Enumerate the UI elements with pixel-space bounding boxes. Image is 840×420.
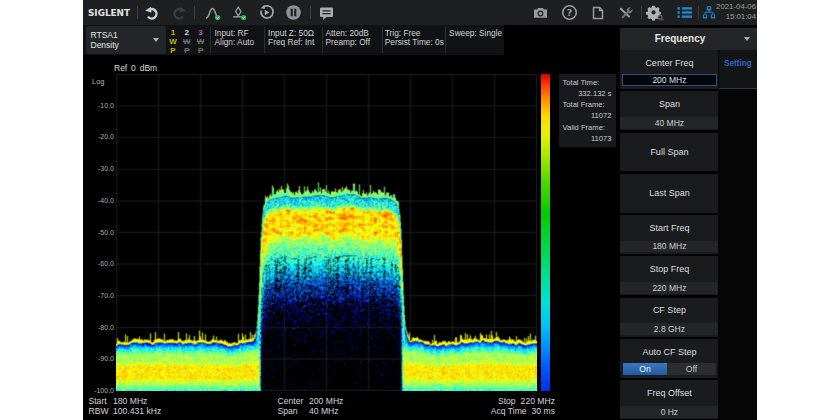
status-group: Atten: 20dBPreamp: Off (326, 29, 371, 47)
panel-title: Frequency (620, 28, 740, 50)
menu-item-label: Stop Freq (620, 256, 718, 281)
peak-marker-icon[interactable] (203, 0, 223, 25)
total-time-label: Total Time: (563, 77, 612, 88)
list-icon[interactable] (674, 0, 694, 25)
camera-icon[interactable] (531, 0, 550, 25)
axis-info-value: 40 MHz (309, 406, 343, 417)
trace-flag: W (181, 37, 193, 46)
menu-item-label: Auto CF Step (620, 339, 718, 364)
chevron-down-icon (744, 37, 750, 41)
menu-item-value: 0 Hz (620, 406, 718, 418)
axis-info-label: Stop (498, 396, 516, 406)
x-axis-start-info: Start180 MHzRBW100.431 kHz (89, 396, 162, 417)
tab-column: Setting (719, 50, 757, 420)
status-line: Align: Auto (215, 38, 255, 47)
undo-icon[interactable] (143, 0, 160, 25)
siglent-logo: SIGLENT (88, 0, 131, 25)
status-group: Input Z: 50ΩFreq Ref: Int (268, 29, 314, 47)
pause-icon[interactable] (284, 0, 302, 25)
trace-column-2[interactable]: 2WP (181, 28, 193, 56)
ref-level-label: Ref 0 dBm (114, 63, 157, 73)
gears-icon[interactable] (645, 0, 665, 25)
toolbar-separator (310, 6, 311, 19)
trace-number: 2 (181, 28, 193, 37)
menu-item-value: 180 MHz (620, 241, 718, 253)
frequency-menu-panel: Frequency Center Freq200 MHzSpan40 MHzFu… (620, 25, 757, 420)
chevron-down-icon (153, 38, 159, 42)
scale-type-label: Log (92, 77, 105, 86)
auto-cf-step-toggle[interactable]: OnOff (623, 363, 716, 375)
drop-marker-icon[interactable] (229, 0, 249, 25)
status-group: Input: RFAlign: Auto (215, 29, 255, 47)
status-separator (445, 27, 446, 53)
svg-text:?: ? (567, 7, 573, 18)
valid-frame-value: 11073 (563, 133, 612, 144)
trace-flag: W (195, 37, 207, 46)
menu-item-label: Last Span (620, 174, 718, 213)
menu-item-span[interactable]: Span40 MHz (620, 91, 718, 130)
trace-flag: P (167, 46, 179, 55)
axis-info-value: 100.431 kHz (113, 406, 161, 417)
spectrum-display: Ref 0 dBm Log -10.0-20.0-30.0-40.0-50.0-… (83, 55, 620, 420)
status-separator (322, 27, 323, 53)
trace-flag: W (167, 37, 179, 46)
mode-dropdown[interactable]: RTSA1 Density (86, 26, 166, 54)
trace-flag: P (181, 46, 193, 55)
trace-status-table[interactable]: 1WP2WP3WP (167, 28, 209, 56)
lan-icon[interactable] (700, 0, 717, 25)
menu-item-cf-step[interactable]: CF Step2.8 GHz (620, 298, 718, 337)
restart-icon[interactable] (257, 0, 275, 25)
toolbar-separator (641, 6, 642, 19)
toolbar-separator (194, 6, 195, 19)
menu-item-label: Full Span (620, 133, 718, 172)
axis-info-label: Span (278, 406, 310, 417)
redo-icon[interactable] (170, 0, 187, 25)
toolbar: SIGLENT ? (83, 0, 757, 25)
menu-item-center-freq[interactable]: Center Freq200 MHz (620, 50, 718, 89)
menu-item-label: Start Freq (620, 215, 718, 240)
toggle-on[interactable]: On (623, 363, 667, 375)
tools-icon[interactable] (616, 0, 635, 25)
menu-item-full-span[interactable]: Full Span (620, 133, 718, 172)
toolbar-separator (137, 6, 138, 19)
status-separator (382, 27, 383, 53)
axis-info-value: 180 MHz (113, 396, 161, 407)
total-frame-label: Total Frame: (563, 99, 612, 110)
menu-items: Center Freq200 MHzSpan40 MHzFull SpanLas… (620, 50, 718, 420)
status-line: Persist Time: 0s (385, 38, 444, 47)
menu-item-stop-freq[interactable]: Stop Freq220 MHz (620, 256, 718, 295)
total-time-value: 332.132 s (563, 88, 612, 99)
analyzer-screen: SIGLENT ? (83, 0, 757, 420)
mode-line2: Density (91, 40, 119, 51)
menu-item-input[interactable]: 200 MHz (622, 74, 717, 86)
datetime: 2021-04-06 15:01:04 (716, 2, 756, 22)
panel-header[interactable]: Frequency (620, 28, 757, 50)
frame-info-box: Total Time: 332.132 s Total Frame: 11072… (559, 74, 616, 148)
menu-item-start-freq[interactable]: Start Freq180 MHz (620, 215, 718, 254)
density-spectrum-canvas[interactable] (116, 74, 537, 391)
message-icon[interactable] (317, 0, 336, 25)
status-separator (264, 27, 265, 53)
status-group: Sweep: Single (449, 29, 502, 38)
axis-info-label: RBW (89, 406, 114, 417)
trace-number: 3 (195, 28, 207, 37)
status-line: Freq Ref: Int (268, 38, 314, 47)
menu-item-label: Freq Offset (620, 380, 718, 405)
menu-item-last-span[interactable]: Last Span (620, 174, 718, 213)
tab-setting[interactable]: Setting (719, 50, 757, 89)
toggle-off[interactable]: Off (667, 363, 716, 375)
menu-item-label: Span (620, 91, 718, 116)
axis-info-label: Acq Time (491, 406, 527, 416)
axis-info-value: 200 MHz (309, 396, 343, 407)
menu-item-auto-cf-step[interactable]: Auto CF StepOnOff (620, 339, 718, 378)
file-icon[interactable] (588, 0, 607, 25)
trace-column-3[interactable]: 3WP (195, 28, 207, 56)
total-frame-value: 11072 (563, 110, 612, 121)
trace-column-1[interactable]: 1WP (167, 28, 179, 56)
axis-info-value: 30 ms (532, 406, 555, 416)
menu-item-label: Center Freq (620, 50, 718, 75)
menu-item-freq-offset[interactable]: Freq Offset0 Hz (620, 380, 718, 419)
axis-info-label: Center (278, 396, 310, 407)
help-icon[interactable]: ? (560, 0, 579, 25)
tab-setting-label: Setting (724, 59, 752, 68)
